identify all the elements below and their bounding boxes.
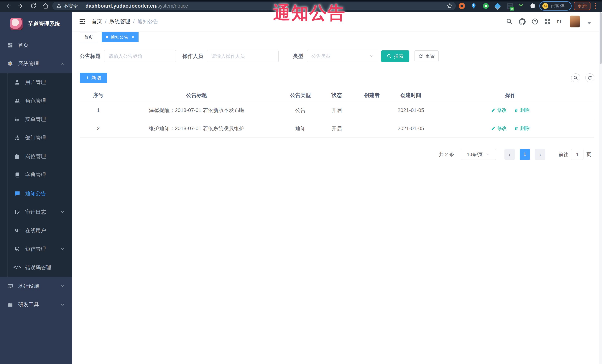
column-header-type: 公告类型	[276, 92, 324, 99]
cell-type: 公告	[276, 107, 324, 114]
address-bar[interactable]: 不安全 dashboard.yudao.iocoder.cn /system/n…	[52, 2, 456, 10]
delete-link[interactable]: 删除	[514, 125, 530, 132]
filter-form: 公告标题 操作人员 类型 公告类型 搜索	[80, 50, 594, 62]
tag-home[interactable]: 首页	[80, 32, 97, 42]
page-size-select[interactable]: 10条/页	[461, 149, 496, 160]
avatar-caret-down-icon[interactable]	[588, 22, 591, 24]
sidebar-item-notice-announcement[interactable]: 通知公告	[0, 184, 72, 203]
browser-update-button[interactable]: 更新	[574, 2, 591, 10]
sidebar-item-role-management[interactable]: 角色管理	[0, 92, 72, 110]
extension-orange-ring-icon[interactable]	[459, 3, 465, 9]
roles-icon	[14, 98, 20, 104]
goto-page-input[interactable]	[571, 149, 583, 160]
error-code-icon: </>	[14, 264, 20, 271]
search-button[interactable]: 搜索	[381, 50, 409, 62]
sms-shield-icon	[14, 246, 20, 252]
breadcrumb-system-management[interactable]: 系统管理	[109, 18, 130, 25]
cell-seq: 2	[80, 125, 117, 131]
column-header-created: 创建时间	[395, 92, 427, 99]
column-header-creator: 创建者	[349, 92, 395, 99]
header-search-icon[interactable]	[506, 18, 513, 25]
scrollbar-thumb[interactable]	[600, 12, 602, 64]
sidebar-item-label: 菜单管理	[25, 116, 46, 123]
toggle-search-button[interactable]	[571, 73, 580, 82]
sidebar-item-infrastructure[interactable]: 基础设施	[0, 277, 72, 295]
app-title: 芋道管理系统	[28, 20, 60, 28]
cell-actions: 修改 删除	[427, 107, 594, 114]
delete-link[interactable]: 删除	[514, 107, 530, 114]
operator-input[interactable]	[207, 50, 279, 62]
gear-icon	[7, 61, 13, 67]
security-label[interactable]: 不安全	[64, 3, 78, 9]
reset-button[interactable]: 重置	[415, 50, 439, 62]
sidebar-item-system-management[interactable]: 系统管理	[0, 54, 72, 73]
menu-list-icon	[14, 116, 20, 123]
badge-icon	[14, 153, 20, 160]
sidebar-item-menu-management[interactable]: 菜单管理	[0, 110, 72, 129]
extension-green-circle-icon[interactable]	[483, 3, 489, 9]
refresh-icon	[418, 54, 423, 59]
fullscreen-icon[interactable]	[544, 18, 551, 25]
sidebar-item-user-management[interactable]: 用户管理	[0, 73, 72, 92]
notice-title-input[interactable]	[104, 50, 176, 62]
font-size-icon[interactable]: tT	[557, 12, 562, 31]
url-host[interactable]: dashboard.yudao.iocoder.cn	[86, 3, 156, 9]
trash-icon	[514, 126, 518, 131]
breadcrumb-home[interactable]: 首页	[92, 18, 102, 25]
sidebar-toggle-hamburger-icon[interactable]	[79, 18, 86, 25]
app-logo-row[interactable]: 芋道管理系统	[0, 12, 72, 36]
sidebar-item-label: 系统管理	[18, 60, 39, 67]
tag-notice-announcement[interactable]: 通知公告 ×	[102, 32, 139, 42]
sidebar-item-online-users[interactable]: 在线用户	[0, 221, 72, 240]
sidebar-item-home[interactable]: 首页	[0, 36, 72, 54]
browser-reload-icon[interactable]	[30, 3, 37, 9]
edit-link[interactable]: 修改	[491, 125, 507, 132]
refresh-table-button[interactable]	[585, 73, 594, 82]
browser-home-icon[interactable]	[42, 3, 49, 9]
cell-seq: 1	[80, 107, 117, 113]
user-avatar[interactable]	[570, 16, 580, 27]
audit-log-icon	[14, 209, 20, 215]
table-header-row: 序号 公告标题 公告类型 状态 创建者 创建时间 操作	[80, 89, 594, 101]
prev-page-button[interactable]: ‹	[505, 149, 515, 160]
cell-created: 2021-01-05	[395, 125, 427, 131]
extension-sprout-icon[interactable]	[518, 3, 524, 9]
main-area: 首页 / 系统管理 / 通知公告 tT 首页	[72, 12, 602, 364]
extension-dark-list-icon[interactable]: on	[507, 3, 513, 9]
sidebar-item-audit-log[interactable]: 审计日志	[0, 203, 72, 221]
next-page-button[interactable]: ›	[535, 149, 545, 160]
browser-back-icon[interactable]	[5, 3, 11, 9]
tag-close-icon[interactable]: ×	[131, 34, 134, 40]
edit-link[interactable]: 修改	[491, 107, 507, 114]
sidebar-item-label: 错误码管理	[25, 264, 51, 271]
help-icon[interactable]	[532, 18, 538, 25]
extensions-puzzle-icon[interactable]	[530, 3, 536, 9]
notice-type-select[interactable]: 公告类型	[307, 50, 378, 62]
page-1-button[interactable]: 1	[520, 149, 530, 160]
browser-menu-kebab-icon[interactable]	[595, 3, 596, 10]
breadcrumb-separator: /	[133, 19, 135, 24]
profile-paused-chip[interactable]: 已暂停	[539, 1, 572, 10]
breadcrumb-current: 通知公告	[138, 18, 158, 25]
sidebar-item-dev-tools[interactable]: 研发工具	[0, 295, 72, 314]
extension-blue-diamond-icon[interactable]	[494, 3, 501, 9]
page-scrollbar[interactable]	[599, 12, 602, 364]
extension-location-pin-icon[interactable]	[471, 3, 477, 9]
online-users-icon	[14, 227, 20, 234]
table-toolbar: + 新增	[80, 73, 594, 83]
sidebar-item-dict-management[interactable]: 字典管理	[0, 166, 72, 184]
github-icon[interactable]	[519, 18, 526, 25]
table-row[interactable]: 2 维护通知：2018-07-01 若依系统凌晨维护 通知 开启 2021-01…	[80, 119, 594, 137]
sidebar-item-error-code-management[interactable]: </> 错误码管理	[0, 258, 72, 277]
tag-label: 通知公告	[110, 34, 128, 40]
sidebar-item-label: 用户管理	[25, 79, 46, 86]
chevron-down-icon	[485, 152, 490, 156]
add-button[interactable]: + 新增	[80, 73, 107, 83]
sidebar-item-post-management[interactable]: 岗位管理	[0, 147, 72, 166]
browser-forward-icon[interactable]	[17, 3, 24, 9]
sidebar-item-department-management[interactable]: 部门管理	[0, 129, 72, 147]
bookmark-star-icon[interactable]	[447, 3, 453, 9]
table-row[interactable]: 1 温馨提醒：2018-07-01 若依新版本发布啦 公告 开启 2021-01…	[80, 101, 594, 119]
sidebar-item-sms-management[interactable]: 短信管理	[0, 240, 72, 258]
url-path[interactable]: /system/notice	[156, 3, 188, 9]
